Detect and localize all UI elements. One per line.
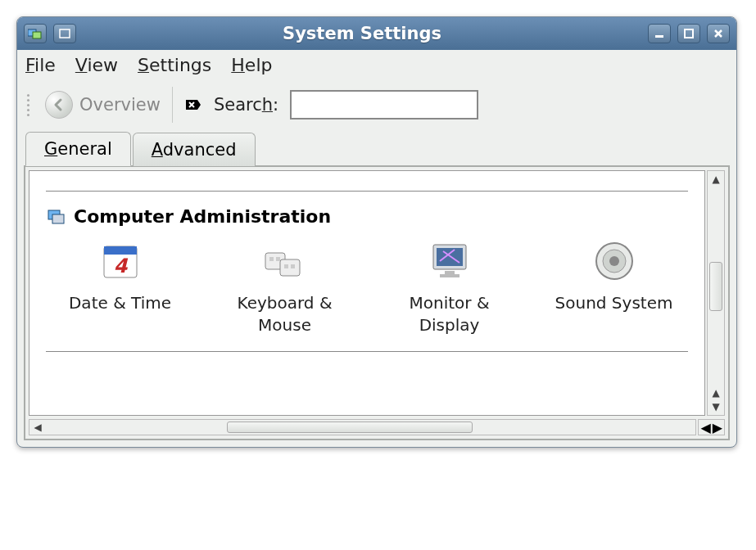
item-sound-system[interactable]: Sound System <box>543 235 685 336</box>
scroll-right-arrow-icon[interactable]: ▶ <box>713 420 722 435</box>
section-divider-top <box>46 191 688 192</box>
svg-rect-13 <box>269 257 274 261</box>
svg-rect-15 <box>284 264 288 268</box>
svg-rect-4 <box>685 29 693 38</box>
search-label: Search: <box>214 95 278 115</box>
menu-file[interactable]: File <box>25 55 56 75</box>
tab-general[interactable]: General <box>25 132 131 166</box>
svg-rect-19 <box>445 271 455 274</box>
section-header: Computer Administration <box>46 206 688 227</box>
svg-rect-20 <box>440 274 459 277</box>
menu-settings[interactable]: Settings <box>138 55 211 75</box>
items-row: 4 Date & Time <box>46 235 688 336</box>
horizontal-scrollbar-row: ◀ ◀ ▶ <box>29 419 725 435</box>
section-title: Computer Administration <box>74 206 331 227</box>
item-date-time[interactable]: 4 Date & Time <box>49 235 191 336</box>
horizontal-scroll-right-group: ◀ ▶ <box>698 419 725 435</box>
item-label: Monitor & Display <box>378 292 520 336</box>
svg-rect-12 <box>280 259 300 276</box>
svg-rect-2 <box>60 29 70 38</box>
overview-label: Overview <box>79 95 161 115</box>
section-divider-bottom <box>46 351 688 352</box>
search-input[interactable] <box>290 90 478 119</box>
menu-help[interactable]: Help <box>231 55 272 75</box>
svg-point-23 <box>609 256 619 266</box>
svg-text:4: 4 <box>113 255 128 277</box>
item-label: Date & Time <box>69 292 171 314</box>
computer-icon <box>46 207 66 227</box>
close-button[interactable] <box>707 24 730 43</box>
window-menu-button[interactable] <box>53 24 76 43</box>
calendar-icon: 4 <box>99 235 142 287</box>
maximize-button[interactable] <box>677 24 700 43</box>
svg-rect-9 <box>104 246 137 255</box>
item-keyboard-mouse[interactable]: Keyboard & Mouse <box>214 235 355 336</box>
system-settings-window: System Settings File View Settings Help <box>16 16 737 448</box>
window-title: System Settings <box>76 24 648 43</box>
monitor-icon <box>427 235 473 287</box>
toolbar: Overview Search: <box>17 80 736 131</box>
vertical-scrollbar[interactable]: ▲ ▲ ▼ <box>707 170 725 416</box>
keyboard-mouse-icon <box>262 235 308 287</box>
minimize-button[interactable] <box>648 24 671 43</box>
svg-rect-16 <box>291 264 295 268</box>
content-frame: Computer Administration 4 Date & Time <box>24 165 730 440</box>
tab-advanced[interactable]: Advanced <box>133 133 256 166</box>
scroll-up-arrow2-icon[interactable]: ▲ <box>709 386 722 399</box>
horizontal-scroll-track[interactable] <box>47 422 691 433</box>
svg-rect-14 <box>276 257 280 261</box>
titlebar-controls <box>648 24 730 43</box>
toolbar-separator <box>172 87 173 123</box>
scroll-up-arrow-icon[interactable]: ▲ <box>709 173 722 186</box>
titlebar-left <box>24 24 76 43</box>
toolbar-grip[interactable] <box>25 88 34 121</box>
svg-rect-7 <box>52 214 64 223</box>
back-arrow-icon <box>45 91 73 119</box>
scroll-left-arrow-icon[interactable]: ◀ <box>31 421 44 434</box>
svg-rect-3 <box>655 35 663 38</box>
horizontal-scrollbar[interactable]: ◀ <box>29 419 696 435</box>
overview-button[interactable]: Overview <box>45 91 161 119</box>
horizontal-scroll-thumb[interactable] <box>227 422 473 433</box>
svg-rect-18 <box>437 248 463 266</box>
titlebar: System Settings <box>17 17 736 50</box>
item-label: Sound System <box>555 292 673 314</box>
item-monitor-display[interactable]: Monitor & Display <box>378 235 520 336</box>
scroll-down-arrow-icon[interactable]: ▼ <box>709 400 722 413</box>
vertical-scroll-thumb[interactable] <box>709 262 722 311</box>
menu-view[interactable]: View <box>75 55 118 75</box>
content-body: Computer Administration 4 Date & Time <box>29 170 705 416</box>
tab-row: General Advanced <box>17 131 736 165</box>
item-label: Keyboard & Mouse <box>214 292 355 336</box>
window-app-icon[interactable] <box>24 24 47 43</box>
scroll-left-arrow2-icon[interactable]: ◀ <box>700 420 710 435</box>
svg-marker-5 <box>186 100 201 110</box>
clear-search-icon[interactable] <box>184 96 202 114</box>
content-area: Computer Administration 4 Date & Time <box>29 170 725 416</box>
menubar: File View Settings Help <box>17 50 736 80</box>
svg-rect-1 <box>33 32 41 38</box>
speaker-icon <box>593 235 636 287</box>
